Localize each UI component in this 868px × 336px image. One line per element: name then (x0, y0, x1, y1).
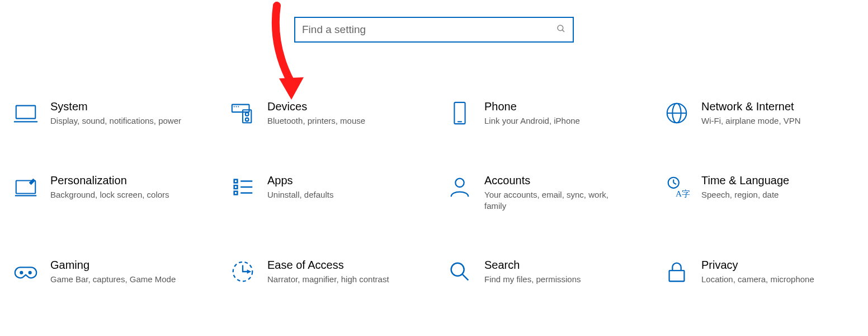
tile-time-language[interactable]: A字 Time & Language Speech, region, date (662, 172, 857, 212)
system-icon (11, 99, 40, 128)
tile-network[interactable]: Network & Internet Wi-Fi, airplane mode,… (662, 99, 857, 128)
personalization-icon (11, 172, 40, 202)
ease-of-access-icon (228, 257, 257, 286)
tile-gaming[interactable]: Gaming Game Bar, captures, Game Mode (11, 257, 206, 286)
tile-desc: Your accounts, email, sync, work, family (484, 189, 619, 212)
time-language-icon: A字 (662, 172, 691, 202)
tile-desc: Narrator, magnifier, high contrast (267, 274, 389, 285)
svg-point-34 (451, 263, 464, 276)
tile-phone[interactable]: Phone Link your Android, iPhone (445, 99, 640, 128)
tile-system[interactable]: System Display, sound, notifications, po… (11, 99, 206, 128)
svg-rect-19 (234, 180, 238, 183)
svg-line-28 (673, 183, 676, 184)
tile-personalization[interactable]: Personalization Background, lock screen,… (11, 172, 206, 212)
svg-point-1 (558, 25, 563, 31)
tile-title: Time & Language (701, 174, 789, 187)
person-icon (445, 172, 474, 202)
tile-desc: Background, lock screen, colors (50, 189, 169, 200)
tile-desc: Bluetooth, printers, mouse (267, 115, 365, 127)
devices-icon (228, 99, 257, 128)
tile-desc: Uninstall, defaults (267, 189, 333, 200)
tile-title: Ease of Access (267, 258, 389, 272)
tile-title: Search (484, 258, 581, 272)
svg-rect-12 (454, 102, 465, 124)
svg-rect-5 (232, 105, 249, 112)
tile-desc: Link your Android, iPhone (484, 115, 580, 127)
tile-desc: Location, camera, microphone (701, 274, 814, 285)
svg-rect-36 (669, 270, 685, 281)
lock-icon (662, 257, 691, 286)
gamepad-icon (11, 257, 40, 286)
search-icon (556, 24, 566, 36)
tile-title: Accounts (484, 174, 619, 187)
tile-title: Phone (484, 100, 580, 113)
svg-line-2 (562, 30, 564, 32)
svg-point-31 (29, 272, 31, 274)
magnifier-icon (445, 257, 474, 286)
tile-privacy[interactable]: Privacy Location, camera, microphone (662, 257, 857, 286)
tile-desc: Speech, region, date (701, 189, 789, 200)
tile-accounts[interactable]: Accounts Your accounts, email, sync, wor… (445, 172, 640, 212)
tile-title: Network & Internet (701, 100, 801, 113)
svg-rect-21 (234, 185, 238, 189)
tile-desc: Wi-Fi, airplane mode, VPN (701, 115, 801, 127)
tile-title: Devices (267, 100, 365, 113)
svg-point-10 (246, 113, 249, 116)
svg-rect-23 (234, 192, 238, 195)
globe-icon (662, 99, 691, 128)
svg-point-25 (455, 179, 464, 187)
tile-search[interactable]: Search Find my files, permissions (445, 257, 640, 286)
tile-desc: Find my files, permissions (484, 274, 581, 285)
tile-desc: Display, sound, notifications, power (50, 115, 181, 127)
search-input[interactable] (302, 24, 548, 36)
tile-ease-of-access[interactable]: Ease of Access Narrator, magnifier, high… (228, 257, 423, 286)
svg-text:A字: A字 (676, 189, 690, 198)
tile-title: Apps (267, 174, 333, 187)
svg-line-35 (463, 274, 469, 280)
phone-icon (445, 99, 474, 128)
svg-marker-33 (247, 269, 252, 274)
search-box[interactable] (294, 17, 574, 43)
svg-rect-3 (16, 106, 36, 119)
tile-desc: Game Bar, captures, Game Mode (50, 274, 176, 285)
svg-point-11 (246, 118, 249, 122)
tile-apps[interactable]: Apps Uninstall, defaults (228, 172, 423, 212)
tile-title: Personalization (50, 174, 169, 187)
tile-title: Gaming (50, 258, 176, 272)
tile-title: Privacy (701, 258, 814, 272)
settings-grid: System Display, sound, notifications, po… (0, 43, 868, 286)
tile-title: System (50, 100, 181, 113)
apps-icon (228, 172, 257, 202)
svg-point-30 (20, 272, 22, 274)
tile-devices[interactable]: Devices Bluetooth, printers, mouse (228, 99, 423, 128)
